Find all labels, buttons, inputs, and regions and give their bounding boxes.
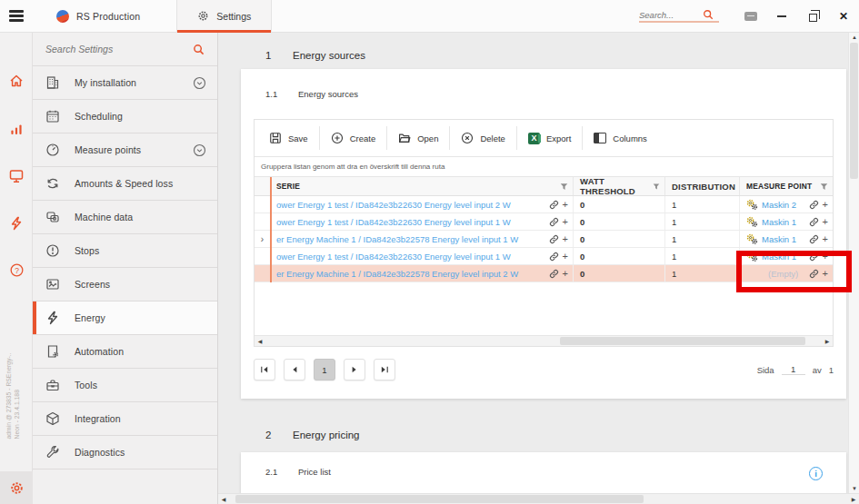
measure-point-link[interactable]: Maskin 2 [762, 200, 796, 210]
add-icon[interactable]: + [563, 234, 568, 244]
restore-button[interactable] [797, 0, 828, 33]
page-vertical-scrollbar[interactable]: ▲ ▼ [848, 33, 859, 493]
search-icon[interactable] [193, 44, 205, 55]
add-icon[interactable]: + [823, 217, 828, 227]
serie-cell[interactable]: ower Energy 1 test / IDa842e3b22630 Ener… [270, 213, 574, 230]
scrollbar-track[interactable] [229, 494, 848, 504]
settings-rail-button[interactable] [0, 471, 33, 504]
scroll-down-icon[interactable]: ▼ [849, 486, 859, 491]
distribution-cell[interactable]: 1 [665, 248, 740, 264]
group-by-bar[interactable]: Gruppera listan genom att dra en överskr… [255, 157, 833, 177]
serie-cell[interactable]: er Energy Machine 1 / IDa842e3b22578 Ene… [270, 265, 574, 282]
nav-home-button[interactable] [0, 65, 33, 96]
nav-help-button[interactable]: ? [0, 254, 33, 285]
page-1-button[interactable]: 1 [314, 359, 335, 380]
open-button[interactable]: Open [387, 120, 449, 156]
nav-analytics-button[interactable] [0, 114, 33, 144]
link-icon[interactable] [809, 217, 819, 227]
hamburger-menu-icon[interactable] [0, 0, 33, 33]
sidebar-item-tools[interactable]: Tools [33, 369, 217, 402]
close-button[interactable]: ✕ [828, 0, 859, 33]
sidebar-item-machine-data[interactable]: Machine data [33, 201, 217, 234]
measure-point-link[interactable]: Maskin 1 [762, 252, 796, 262]
distribution-cell[interactable]: 1 [665, 231, 740, 247]
link-icon[interactable] [549, 234, 559, 244]
link-icon[interactable] [809, 234, 819, 244]
column-header-serie[interactable]: SERIE [270, 177, 574, 195]
scrollbar-thumb[interactable] [235, 495, 644, 503]
sidebar-search-input[interactable] [45, 44, 173, 54]
add-icon[interactable]: + [823, 200, 828, 210]
table-row-highlighted[interactable]: er Energy Machine 1 / IDa842e3b22578 Ene… [255, 265, 833, 282]
distribution-cell[interactable]: 1 [665, 265, 740, 282]
sidebar-search[interactable] [33, 33, 217, 66]
chevron-down-icon[interactable] [193, 76, 206, 90]
link-icon[interactable] [549, 217, 559, 227]
sidebar-item-screens[interactable]: Screens [33, 268, 217, 301]
watt-threshold-cell[interactable]: 0 [574, 265, 665, 282]
scroll-up-icon[interactable]: ▲ [849, 35, 859, 40]
sidebar-item-automation[interactable]: Automation [33, 335, 217, 369]
column-header-measure-point[interactable]: MEASURE POINT [740, 177, 833, 195]
watt-threshold-cell[interactable]: 0 [574, 196, 665, 212]
serie-cell[interactable]: er Energy Machine 1 / IDa842e3b22578 Ene… [270, 231, 574, 247]
watt-threshold-cell[interactable]: 0 [574, 248, 665, 264]
measure-point-link[interactable]: Maskin 1 [762, 234, 796, 244]
page-number-input[interactable] [782, 364, 805, 375]
chevron-down-icon[interactable] [193, 143, 206, 157]
page-horizontal-scrollbar[interactable]: ◀ ▶ [218, 493, 859, 504]
link-icon[interactable] [809, 252, 819, 262]
add-icon[interactable]: + [563, 269, 568, 279]
scrollbar-track[interactable] [265, 336, 822, 346]
scroll-right-icon[interactable]: ▶ [822, 338, 833, 344]
prev-page-button[interactable] [284, 359, 305, 380]
add-icon[interactable]: + [563, 200, 568, 210]
filter-icon[interactable] [560, 183, 568, 191]
minimize-button[interactable] [766, 0, 797, 33]
measure-point-cell[interactable]: Maskin 1 + [740, 231, 833, 247]
filter-icon[interactable] [653, 183, 660, 191]
search-icon[interactable] [703, 9, 714, 20]
sidebar-item-measure-points[interactable]: Measure points [33, 133, 217, 167]
sidebar-item-energy[interactable]: Energy [33, 301, 217, 335]
table-row[interactable]: ower Energy 1 test / IDa842e3b22630 Ener… [255, 213, 833, 231]
measure-point-cell[interactable]: Maskin 1 + [740, 248, 833, 264]
sidebar-item-diagnostics[interactable]: Diagnostics [33, 436, 217, 469]
feedback-button[interactable] [735, 0, 766, 33]
measure-point-cell[interactable]: Maskin 2 + [740, 196, 833, 212]
scroll-left-icon[interactable]: ◀ [255, 338, 265, 344]
add-icon[interactable]: + [823, 252, 828, 262]
first-page-button[interactable] [254, 359, 275, 380]
info-icon[interactable]: i [809, 467, 823, 480]
measure-point-cell-empty[interactable]: (Empty) + [740, 265, 833, 282]
sidebar-item-integration[interactable]: Integration [33, 402, 217, 436]
column-header-distribution[interactable]: DISTRIBUTION [665, 177, 740, 195]
table-row[interactable]: ower Energy 1 test / IDa842e3b22630 Ener… [255, 248, 833, 265]
scroll-right-icon[interactable]: ▶ [848, 496, 859, 502]
save-button[interactable]: Save [258, 120, 319, 156]
create-button[interactable]: Create [320, 120, 387, 156]
watt-threshold-cell[interactable]: 0 [574, 231, 665, 247]
distribution-cell[interactable]: 1 [665, 196, 740, 212]
next-page-button[interactable] [344, 359, 365, 380]
watt-threshold-cell[interactable]: 0 [574, 213, 665, 230]
link-icon[interactable] [809, 269, 819, 279]
scroll-left-icon[interactable]: ◀ [218, 496, 229, 502]
tab-settings[interactable]: Settings [176, 0, 272, 33]
measure-point-link[interactable]: Maskin 1 [762, 217, 796, 227]
nav-screens-button[interactable] [0, 161, 33, 192]
filter-icon[interactable] [820, 183, 828, 191]
global-search[interactable] [639, 9, 719, 23]
serie-cell[interactable]: ower Energy 1 test / IDa842e3b22630 Ener… [270, 248, 574, 264]
sidebar-item-scheduling[interactable]: Scheduling [33, 100, 217, 133]
table-row[interactable]: ower Energy 1 test / IDa842e3b22630 Ener… [255, 196, 833, 213]
columns-button[interactable]: Columns [583, 120, 658, 156]
export-button[interactable]: Export [517, 120, 582, 156]
add-icon[interactable]: + [563, 217, 568, 227]
sidebar-item-amounts-speed-loss[interactable]: Amounts & Speed loss [33, 167, 217, 201]
link-icon[interactable] [549, 200, 559, 210]
table-row[interactable]: › er Energy Machine 1 / IDa842e3b22578 E… [255, 231, 833, 248]
last-page-button[interactable] [374, 359, 395, 380]
delete-button[interactable]: Delete [450, 120, 515, 156]
scrollbar-thumb[interactable] [560, 337, 804, 345]
